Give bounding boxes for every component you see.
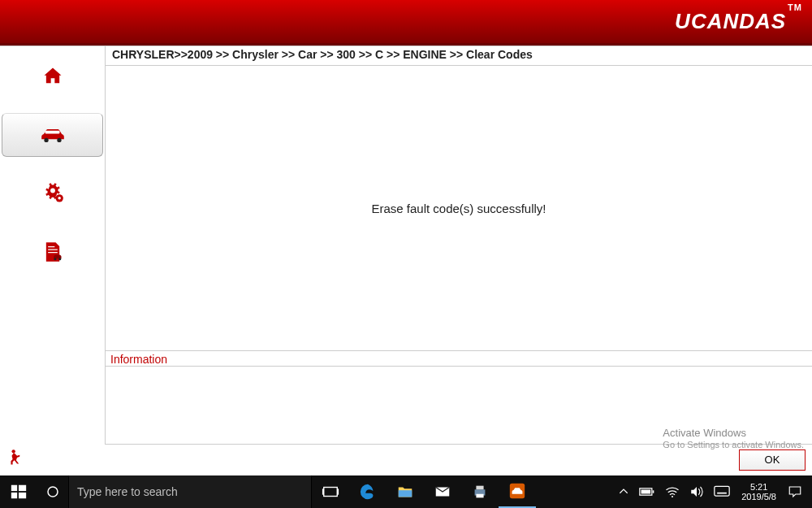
volume-icon <box>689 485 704 498</box>
svg-rect-10 <box>19 485 26 491</box>
sidebar-item-settings[interactable] <box>5 172 100 215</box>
svg-rect-12 <box>19 493 26 498</box>
svg-rect-9 <box>11 485 17 491</box>
svg-rect-15 <box>322 488 324 494</box>
app-root: UCANDASTM <box>0 0 812 508</box>
svg-point-6 <box>54 258 56 260</box>
ok-button[interactable]: OK <box>739 449 806 471</box>
svg-point-1 <box>57 138 61 142</box>
svg-point-8 <box>12 449 15 453</box>
app-footer: Activate Windows Go to Settings to activ… <box>0 445 812 475</box>
sidebar-item-vehicle[interactable] <box>2 113 103 157</box>
gear-icon <box>39 182 67 205</box>
svg-rect-19 <box>476 486 483 490</box>
report-icon <box>39 241 67 263</box>
svg-point-5 <box>58 197 61 200</box>
svg-point-25 <box>672 496 673 497</box>
svg-point-13 <box>48 487 58 497</box>
task-view-button[interactable] <box>312 475 349 508</box>
sidebar <box>0 46 106 445</box>
start-button[interactable] <box>0 475 37 508</box>
edge-icon <box>359 483 377 501</box>
tray-ime[interactable] <box>709 485 735 498</box>
taskbar-app-explorer[interactable] <box>387 475 424 508</box>
action-center-button[interactable] <box>783 485 807 498</box>
svg-rect-26 <box>715 486 729 496</box>
brand-name: UCANDAS <box>675 9 786 33</box>
cortana-button[interactable] <box>37 475 68 508</box>
svg-point-3 <box>50 189 55 193</box>
taskbar-search[interactable]: Type here to search <box>68 475 312 508</box>
breadcrumb: CHRYSLER>>2009 >> Chrysler >> Car >> 300… <box>106 46 812 66</box>
task-view-icon <box>322 483 339 501</box>
mail-icon <box>434 483 451 501</box>
taskbar-app-ucandas[interactable] <box>499 475 536 508</box>
sidebar-item-home[interactable] <box>5 54 100 98</box>
printer-icon <box>471 483 489 501</box>
taskbar-app-printer[interactable] <box>461 475 499 508</box>
svg-rect-16 <box>337 488 339 494</box>
car-icon <box>39 124 67 146</box>
svg-rect-24 <box>641 490 651 494</box>
chevron-up-icon <box>618 486 629 497</box>
folder-icon <box>396 483 414 501</box>
svg-point-0 <box>44 138 48 142</box>
svg-rect-11 <box>11 493 17 498</box>
clock-date: 2019/5/8 <box>741 492 776 501</box>
windows-taskbar: Type here to search <box>0 475 812 508</box>
taskbar-app-edge[interactable] <box>349 475 387 508</box>
information-header: Information <box>106 350 812 367</box>
app-header: UCANDASTM <box>0 0 812 46</box>
search-placeholder: Type here to search <box>77 485 178 498</box>
windows-icon <box>10 483 28 501</box>
sidebar-item-report[interactable] <box>5 230 100 274</box>
tray-battery[interactable] <box>634 486 660 497</box>
battery-icon <box>639 486 655 497</box>
message-area: Erase fault code(s) successfully! <box>106 66 812 350</box>
keyboard-icon <box>714 485 730 498</box>
svg-rect-20 <box>476 494 483 498</box>
notification-icon <box>788 485 802 498</box>
brand-logo: UCANDASTM <box>675 9 801 34</box>
taskbar-app-mail[interactable] <box>424 475 461 508</box>
app-body: CHRYSLER>>2009 >> Chrysler >> Car >> 300… <box>0 46 812 445</box>
brand-tm: TM <box>788 2 802 12</box>
svg-rect-23 <box>653 490 654 493</box>
exit-icon <box>6 448 28 469</box>
svg-rect-2 <box>45 131 59 134</box>
svg-point-7 <box>58 258 61 260</box>
clock-time: 5:21 <box>741 482 776 492</box>
exit-button[interactable] <box>6 448 28 472</box>
taskbar-clock[interactable]: 5:21 2019/5/8 <box>735 482 783 501</box>
main-panel: CHRYSLER>>2009 >> Chrysler >> Car >> 300… <box>106 46 812 445</box>
ucandas-app-icon <box>508 482 526 500</box>
information-body <box>106 367 812 445</box>
system-tray: 5:21 2019/5/8 <box>613 475 812 508</box>
home-icon <box>39 65 67 88</box>
svg-rect-14 <box>324 488 338 497</box>
status-message: Erase fault code(s) successfully! <box>371 202 546 215</box>
tray-wifi[interactable] <box>660 486 685 497</box>
svg-rect-27 <box>717 493 727 494</box>
cortana-icon <box>45 483 60 501</box>
tray-volume[interactable] <box>685 485 709 498</box>
wifi-icon <box>665 486 680 497</box>
tray-overflow[interactable] <box>613 486 634 497</box>
taskbar-apps <box>312 475 536 508</box>
